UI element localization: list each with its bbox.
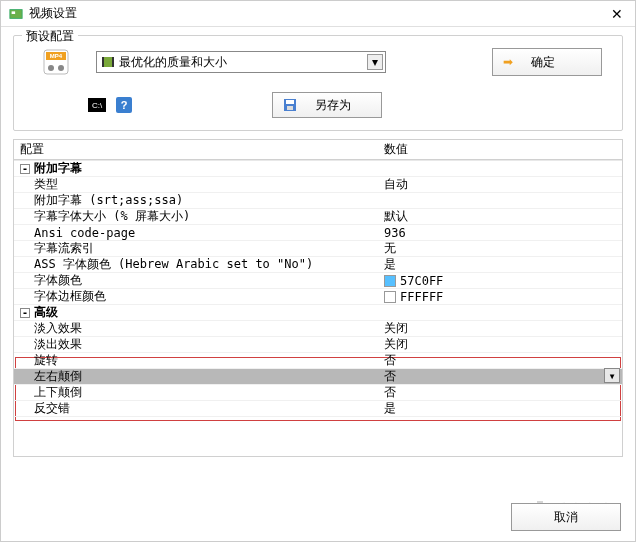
config-value: 否 <box>384 352 396 369</box>
cancel-button-label: 取消 <box>554 509 578 526</box>
svg-rect-12 <box>287 106 293 110</box>
save-as-label: 另存为 <box>315 97 351 114</box>
config-value: 默认 <box>384 208 408 225</box>
collapse-icon[interactable]: - <box>20 164 30 174</box>
svg-rect-9 <box>112 57 114 67</box>
ok-button-label: 确定 <box>531 54 555 71</box>
config-row[interactable]: 左右颠倒否▾ <box>14 369 622 385</box>
config-row[interactable]: 旋转否 <box>14 353 622 369</box>
column-header-value[interactable]: 数值 <box>378 141 622 158</box>
config-key: 字幕字体大小 (% 屏幕大小) <box>14 208 378 225</box>
chevron-down-icon[interactable]: ▾ <box>604 368 620 383</box>
save-as-button[interactable]: 另存为 <box>272 92 382 118</box>
config-value: FFFFFF <box>400 290 443 304</box>
config-key: 字幕流索引 <box>14 240 378 257</box>
config-row[interactable]: 字体边框颜色FFFFFF <box>14 289 622 305</box>
config-key: 左右颠倒 <box>14 368 378 385</box>
group-row[interactable]: -高级 <box>14 305 622 321</box>
preset-legend: 预设配置 <box>22 28 78 45</box>
config-value: 自动 <box>384 176 408 193</box>
config-key: 字体颜色 <box>14 272 378 289</box>
config-value: 936 <box>384 226 406 240</box>
config-key: 上下颠倒 <box>14 384 378 401</box>
config-value: 是 <box>384 400 396 417</box>
svg-rect-1 <box>12 11 16 14</box>
config-row[interactable]: 字幕流索引无 <box>14 241 622 257</box>
collapse-icon[interactable]: - <box>20 308 30 318</box>
config-key: 反交错 <box>14 400 378 417</box>
config-row[interactable]: ASS 字体颜色 (Hebrew Arabic set to "No")是 <box>14 257 622 273</box>
config-key: 淡出效果 <box>14 336 378 353</box>
color-swatch <box>384 291 396 303</box>
svg-rect-11 <box>286 100 294 104</box>
config-row[interactable]: 附加字幕 (srt;ass;ssa) <box>14 193 622 209</box>
config-key: ASS 字体颜色 (Hebrew Arabic set to "No") <box>14 256 378 273</box>
config-value: 57C0FF <box>400 274 443 288</box>
svg-point-6 <box>58 65 64 71</box>
color-swatch <box>384 275 396 287</box>
arrow-right-icon: ➡ <box>503 55 513 69</box>
svg-rect-8 <box>102 57 104 67</box>
chevron-down-icon: ▾ <box>367 54 383 70</box>
config-key: 淡入效果 <box>14 320 378 337</box>
config-row[interactable]: 淡入效果关闭 <box>14 321 622 337</box>
config-value: 无 <box>384 240 396 257</box>
config-value: 否 <box>384 368 396 385</box>
config-row[interactable]: 淡出效果关闭 <box>14 337 622 353</box>
cancel-button[interactable]: 取消 <box>511 503 621 531</box>
config-value: 关闭 <box>384 336 408 353</box>
svg-text:MP4: MP4 <box>50 53 63 59</box>
config-row[interactable]: 类型自动 <box>14 177 622 193</box>
config-table: 配置 数值 -附加字幕类型自动附加字幕 (srt;ass;ssa)字幕字体大小 … <box>13 139 623 457</box>
close-button[interactable]: ✕ <box>607 4 627 24</box>
config-key: 旋转 <box>14 352 378 369</box>
ok-button[interactable]: ➡ 确定 <box>492 48 602 76</box>
config-row[interactable]: Ansi code-page936 <box>14 225 622 241</box>
config-value: 关闭 <box>384 320 408 337</box>
help-icon[interactable]: ? <box>116 97 132 113</box>
mp4-icon: MP4 <box>40 46 72 78</box>
config-row[interactable]: 字幕字体大小 (% 屏幕大小)默认 <box>14 209 622 225</box>
config-value: 否 <box>384 384 396 401</box>
config-key: 附加字幕 (srt;ass;ssa) <box>14 192 378 209</box>
config-row[interactable]: 反交错是 <box>14 401 622 417</box>
config-row[interactable]: 字体颜色57C0FF <box>14 273 622 289</box>
group-row[interactable]: -附加字幕 <box>14 161 622 177</box>
window-title: 视频设置 <box>29 5 607 22</box>
app-icon <box>9 7 23 21</box>
save-icon <box>283 98 297 112</box>
column-header-key[interactable]: 配置 <box>14 141 378 158</box>
config-key: 类型 <box>14 176 378 193</box>
config-row[interactable]: 上下颠倒否 <box>14 385 622 401</box>
preset-dropdown[interactable]: 最优化的质量和大小 ▾ <box>96 51 386 73</box>
config-key: 字体边框颜色 <box>14 288 378 305</box>
terminal-icon[interactable]: C:\ <box>88 98 106 112</box>
config-value: 是 <box>384 256 396 273</box>
svg-point-5 <box>48 65 54 71</box>
film-icon <box>101 55 115 69</box>
config-key: Ansi code-page <box>14 226 378 240</box>
preset-dropdown-label: 最优化的质量和大小 <box>119 54 227 71</box>
